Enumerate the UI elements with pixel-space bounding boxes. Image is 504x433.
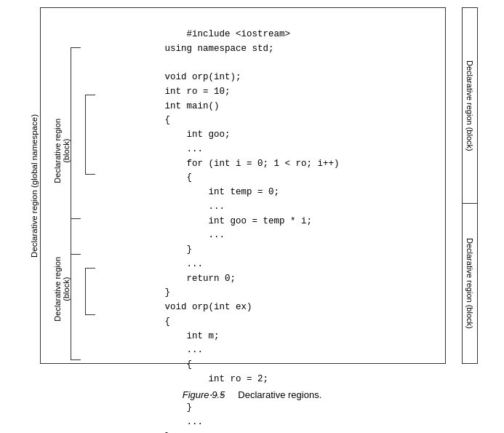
right-top-label-text: Declarative region (block)	[465, 60, 474, 151]
code-text: #include <iostream> using namespace std;…	[165, 29, 340, 433]
decl-region-orp-label: Declarative region(block)	[55, 218, 69, 360]
bracket-for	[85, 95, 95, 175]
bracket-orp	[71, 218, 81, 360]
diagram: Declarative region (global namespace) De…	[27, 7, 478, 400]
figure-caption-text: Declarative regions.	[238, 389, 321, 400]
global-namespace-label: Declarative region (global namespace)	[27, 7, 41, 364]
figure-number: Figure 9.5	[183, 389, 225, 400]
right-top-label: Declarative region (block)	[462, 7, 478, 204]
code-content: #include <iostream> using namespace std;…	[165, 13, 340, 433]
figure-caption: Figure 9.5 Declarative regions.	[27, 389, 478, 400]
right-bottom-label-text: Declarative region (block)	[465, 238, 474, 329]
bracket-inner-orp	[85, 268, 95, 315]
right-bottom-label: Declarative region (block)	[462, 204, 478, 364]
